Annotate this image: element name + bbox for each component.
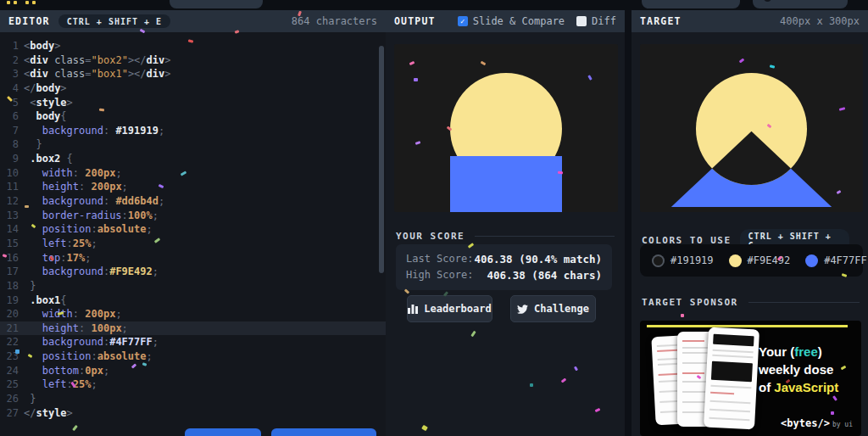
code-token: height: [24, 322, 79, 334]
editor-header: EDITOR CTRL + SHIFT + E 864 characters: [0, 10, 386, 32]
editor-panel: EDITOR CTRL + SHIFT + E 864 characters 1…: [0, 10, 386, 436]
your-score-heading: YOUR SCORE: [396, 231, 465, 242]
code-line[interactable]: 6 body{: [0, 109, 386, 124]
color-swatch[interactable]: #4F77FF: [805, 254, 867, 267]
divider: [475, 236, 615, 237]
line-number: 7: [0, 124, 19, 138]
high-score-row: High Score: 406.38 (864 chars): [406, 268, 602, 282]
code-line[interactable]: 8 }: [0, 137, 386, 152]
line-number: 16: [0, 251, 19, 266]
last-score-value: 406.38 (90.4% match): [474, 252, 602, 266]
diff-label[interactable]: Diff: [592, 15, 616, 27]
divider: [748, 302, 860, 303]
code-line[interactable]: 18 }: [0, 279, 386, 293]
code-line[interactable]: 17 background:#F9E492;: [0, 265, 386, 279]
output-canvas[interactable]: [394, 44, 618, 212]
code-token: ;: [122, 181, 128, 193]
code-line[interactable]: 4</body>: [0, 81, 386, 96]
code-line[interactable]: 7 background: #191919;: [0, 124, 386, 138]
code-line[interactable]: 13 border-radius:100%;: [0, 209, 386, 223]
target-panel: TARGET 400px x 300px COLORS TO USE CTRL …: [632, 10, 868, 436]
code-token: ;: [153, 210, 159, 221]
slide-compare-checkbox[interactable]: ✓: [458, 16, 468, 26]
line-number: 4: [0, 81, 19, 96]
code-line[interactable]: 15 left:25%;: [0, 237, 386, 251]
code-line[interactable]: 25 left:25%;: [0, 377, 386, 392]
line-number: 13: [0, 209, 19, 223]
leaderboard-button[interactable]: Leaderboard: [407, 295, 492, 322]
code-token: width: [24, 167, 73, 179]
navbar-button[interactable]: [170, 0, 263, 8]
code-line[interactable]: 5 <style>: [0, 96, 386, 110]
line-number: 2: [0, 53, 19, 68]
code-token: border-radius: [24, 210, 122, 221]
target-canvas[interactable]: [640, 44, 863, 212]
swatch-color-dot: [729, 254, 742, 267]
code-token: }: [24, 280, 36, 292]
code-line[interactable]: 24 bottom:0px;: [0, 364, 386, 378]
code-line[interactable]: 9 .box2 {: [0, 152, 386, 166]
code-token: .box1: [24, 294, 60, 306]
editor-scrollbar[interactable]: [379, 46, 384, 273]
code-line[interactable]: 26 }: [0, 392, 386, 406]
code-line[interactable]: 16 top:17%;: [0, 251, 386, 266]
code-token: ;: [153, 336, 159, 348]
diff-checkbox[interactable]: [576, 16, 587, 26]
line-number: 10: [0, 166, 19, 181]
code-line[interactable]: 22 background:#4F77FF;: [0, 335, 386, 349]
line-number: 14: [0, 222, 19, 237]
code-token: >: [60, 82, 66, 94]
code-line[interactable]: 27</style>: [0, 406, 386, 421]
code-line[interactable]: 19 .box1{: [0, 293, 386, 308]
code-token: :: [103, 195, 115, 207]
line-number: 27: [0, 406, 19, 421]
editor-bottom-button-right[interactable]: [271, 428, 376, 436]
code-line[interactable]: 3<div class="box1"></div>: [0, 67, 386, 81]
code-token: :: [91, 350, 97, 362]
code-editor[interactable]: 1<body>2<div class="box2"></div>3<div cl…: [0, 32, 386, 436]
sponsor-ad[interactable]: Your (free) weekly dose of JavaScript <b…: [640, 321, 861, 436]
navbar-button[interactable]: [753, 0, 848, 8]
code-line[interactable]: 23 position:absolute;: [0, 349, 386, 364]
code-line[interactable]: 21 height: 100px;: [0, 321, 386, 336]
color-swatch[interactable]: #F9E492: [729, 254, 791, 267]
code-token: :: [73, 308, 85, 320]
code-token: 200px: [85, 167, 115, 179]
editor-bottom-button-left[interactable]: [185, 428, 261, 436]
code-line[interactable]: 14 position:absolute;: [0, 222, 386, 237]
top-navbar: [0, 0, 868, 10]
code-line[interactable]: 10 width: 200px;: [0, 166, 386, 181]
code-token: left: [24, 238, 67, 249]
ad-copy: Your (free) weekly dose of JavaScript: [759, 343, 859, 396]
code-token: ;: [122, 322, 128, 334]
code-line[interactable]: 2<div class="box2"></div>: [0, 53, 386, 68]
color-swatch[interactable]: #191919: [652, 254, 714, 267]
output-blue-rectangle: [450, 156, 562, 212]
code-token: 100px: [91, 322, 121, 334]
code-token: background: [24, 195, 103, 207]
code-token: :: [67, 238, 73, 249]
code-token: bottom: [24, 365, 79, 377]
code-token: :: [91, 223, 97, 235]
line-number: 1: [0, 39, 19, 53]
output-panel: OUTPUT ✓ Slide & Compare Diff YOUR SCORE…: [386, 10, 625, 436]
navbar-button[interactable]: [642, 0, 740, 8]
code-token: #191919: [115, 125, 159, 137]
code-token: 0px: [85, 365, 103, 377]
code-token: ;: [147, 350, 153, 362]
challenge-button[interactable]: Challenge: [510, 295, 596, 322]
line-number: 23: [0, 349, 19, 364]
last-score-label: Last Score:: [406, 252, 473, 266]
code-token: :: [103, 125, 115, 137]
code-line[interactable]: 20 width: 200px;: [0, 307, 386, 321]
code-token: <: [24, 97, 36, 109]
code-token: :: [67, 378, 73, 390]
code-token: 17%: [67, 252, 86, 264]
code-token: :: [122, 210, 128, 221]
code-line[interactable]: 12 background: #dd6b4d;: [0, 194, 386, 209]
line-number: 3: [0, 67, 19, 81]
code-line[interactable]: 11 height: 200px;: [0, 180, 386, 194]
slide-compare-label[interactable]: Slide & Compare: [473, 15, 565, 27]
line-number: 11: [0, 180, 19, 194]
code-line[interactable]: 1<body>: [0, 39, 386, 53]
